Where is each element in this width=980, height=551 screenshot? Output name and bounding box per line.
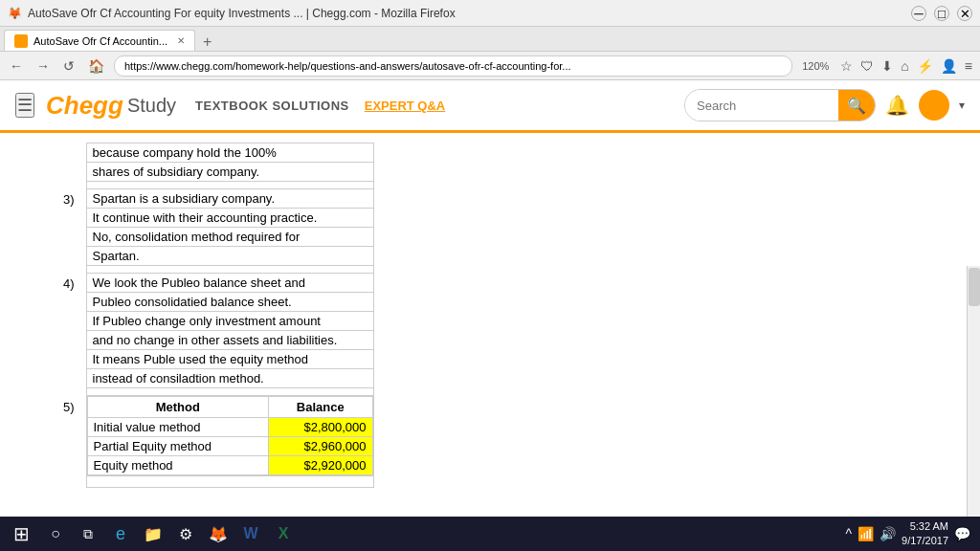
table-row: 5) Method Balance Initial value method$2… [57, 396, 421, 476]
method-table: Method Balance Initial value method$2,80… [87, 396, 373, 475]
active-tab[interactable]: AutoSave Ofr Cf Accountin... ✕ [4, 30, 195, 51]
table-row: It continue with their accounting practi… [57, 209, 421, 228]
notifications-icon[interactable]: 🔔 [885, 94, 909, 117]
tab-close-button[interactable]: ✕ [177, 35, 185, 46]
taskbar-search-icon[interactable]: ○ [40, 519, 71, 548]
item-num [57, 312, 86, 331]
time-text: 5:32 AM [902, 519, 948, 534]
balance-col-header: Balance [269, 397, 372, 418]
spacer [373, 163, 421, 182]
table-row [57, 476, 421, 488]
spacer [373, 396, 421, 476]
tab-favicon [14, 34, 28, 48]
user-icon[interactable]: 👤 [939, 56, 959, 76]
taskbar-explorer-icon[interactable]: 📁 [138, 519, 168, 548]
reload-button[interactable]: ↺ [59, 56, 78, 76]
method-cell: Initial value method [87, 418, 269, 437]
table-row: It means Puble used the equity method [57, 350, 421, 369]
taskbar-firefox-icon[interactable]: 🦊 [203, 519, 234, 548]
item-num [57, 369, 86, 388]
address-bar: ← → ↺ 🏠 120% ☆ 🛡 ⬇ ⌂ ⚡ 👤 ≡ [0, 52, 980, 80]
spacer [373, 143, 421, 163]
search-input[interactable] [685, 89, 838, 121]
spacer [373, 209, 421, 228]
scrollbar-thumb[interactable] [969, 268, 980, 306]
tab-label: AutoSave Ofr Cf Accountin... [33, 35, 167, 47]
browser-title: AutoSave Ofr Cf Accounting For equity In… [28, 7, 911, 20]
notification-tray-icon[interactable]: 💬 [954, 526, 970, 541]
download-icon[interactable]: ⬇ [880, 56, 895, 76]
item-num [57, 331, 86, 350]
item-content: Spartan. [86, 247, 373, 266]
start-button[interactable]: ⊞ [4, 519, 38, 548]
toolbar-icons: ☆ 🛡 ⬇ ⌂ ⚡ 👤 ≡ [838, 56, 974, 76]
taskbar-word-icon[interactable]: W [235, 519, 266, 548]
spacer [86, 476, 373, 488]
header-right: 🔍 🔔 ▾ [684, 89, 965, 121]
hamburger-button[interactable]: ☰ [15, 93, 34, 118]
spacer [373, 228, 421, 247]
item-content: because company hold the 100% [86, 143, 373, 163]
maximize-button[interactable]: □ [934, 6, 949, 21]
spacer [373, 312, 421, 331]
spacer [86, 182, 373, 189]
spacer [373, 388, 421, 396]
chevron-down-icon[interactable]: ▾ [959, 99, 965, 112]
method-table-cell: Method Balance Initial value method$2,80… [86, 396, 373, 476]
table-row: shares of subsidiary company. [57, 163, 421, 182]
user-avatar[interactable] [919, 90, 949, 121]
item-content: It means Puble used the equity method [86, 350, 373, 369]
spacer [57, 476, 86, 488]
back-button[interactable]: ← [6, 56, 27, 76]
expert-qa-nav[interactable]: EXPERT Q&A [365, 99, 446, 113]
taskbar-excel-icon[interactable]: X [268, 519, 299, 548]
tray-chevron-icon[interactable]: ^ [845, 526, 852, 541]
spacer [373, 293, 421, 312]
tab-bar: AutoSave Ofr Cf Accountin... ✕ + [0, 27, 980, 52]
taskbar-settings-icon[interactable]: ⚙ [170, 519, 201, 548]
textbook-solutions-nav[interactable]: TEXTBOOK SOLUTIONS [195, 99, 349, 113]
method-table-row: Partial Equity method$2,960,000 [87, 437, 372, 456]
spacer [373, 369, 421, 388]
balance-cell: $2,960,000 [269, 437, 372, 456]
spacer [57, 182, 86, 189]
spacer [373, 274, 421, 293]
item-num [57, 143, 86, 163]
new-tab-button[interactable]: + [199, 33, 215, 51]
house-icon[interactable]: ⌂ [899, 56, 910, 76]
minimize-button[interactable]: ─ [911, 6, 926, 21]
bookmark-icon[interactable]: ☆ [838, 56, 855, 76]
spacer [373, 189, 421, 209]
shield-icon[interactable]: 🛡 [858, 56, 876, 76]
search-button[interactable]: 🔍 [838, 89, 875, 121]
item-num [57, 163, 86, 182]
item-content: We look the Publeo balance sheet and [86, 274, 373, 293]
network-icon[interactable]: 📶 [858, 526, 874, 541]
item-num [57, 293, 86, 312]
lightning-icon[interactable]: ⚡ [915, 56, 935, 76]
system-tray: ^ 📶 🔊 5:32 AM 9/17/2017 💬 [845, 519, 976, 549]
spacer [373, 331, 421, 350]
method-col-header: Method [87, 397, 269, 418]
item-num [57, 228, 86, 247]
browser-titlebar: 🦊 AutoSave Ofr Cf Accounting For equity … [0, 0, 980, 27]
forward-button[interactable]: → [33, 56, 54, 76]
content-area: because company hold the 100% shares of … [0, 133, 980, 517]
method-table-header: Method Balance [87, 397, 372, 418]
taskbar-edge-icon[interactable]: e [105, 519, 136, 548]
table-row: If Publeo change only investment amount [57, 312, 421, 331]
address-input[interactable] [114, 55, 792, 77]
window-controls: ─ □ ✕ [911, 6, 972, 21]
item-num [57, 209, 86, 228]
item-content: instead of consiladtion method. [86, 369, 373, 388]
scrollbar[interactable] [967, 266, 980, 517]
close-button[interactable]: ✕ [957, 6, 972, 21]
table-row: 4) We look the Publeo balance sheet and [57, 274, 421, 293]
home-button[interactable]: 🏠 [84, 56, 108, 76]
taskbar-task-view-icon[interactable]: ⧉ [73, 519, 103, 548]
date-text: 9/17/2017 [902, 534, 948, 548]
table-row: instead of consiladtion method. [57, 369, 421, 388]
menu-icon[interactable]: ≡ [963, 56, 974, 76]
method-table-row: Initial value method$2,800,000 [87, 418, 372, 437]
volume-icon[interactable]: 🔊 [880, 526, 896, 541]
